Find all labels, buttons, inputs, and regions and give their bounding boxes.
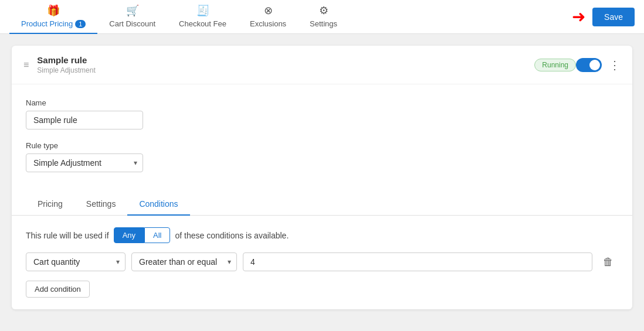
header-actions: ⋮: [576, 58, 621, 72]
any-button[interactable]: Any: [114, 227, 144, 243]
tab-settings-label: Settings: [310, 19, 337, 28]
rule-type-select[interactable]: Simple Adjustment Bulk Pricing Tiered Pr…: [26, 153, 143, 172]
tab-settings[interactable]: ⚙ Settings: [298, 0, 349, 34]
rule-title: Sample rule: [37, 55, 525, 65]
tab-cart-discount-label: Cart Discount: [109, 19, 155, 28]
tab-product-pricing-label: Product Pricing: [21, 19, 73, 28]
arrow-indicator: ➜: [572, 7, 585, 26]
rule-type-label: Rule type: [26, 141, 618, 150]
trash-icon: 🗑: [603, 256, 614, 268]
checkout-fee-icon: 🧾: [196, 4, 209, 17]
condition-type-select[interactable]: Cart quantity Cart total User role Date: [26, 252, 126, 271]
tab-checkout-fee-label: Checkout Fee: [179, 19, 226, 28]
rule-header: ≡ Sample rule Simple Adjustment Running …: [12, 46, 632, 84]
tab-conditions[interactable]: Conditions: [127, 193, 189, 216]
name-field-group: Name: [26, 98, 618, 129]
conditions-section: This rule will be used if Any All of the…: [12, 227, 632, 309]
condition-row: Cart quantity Cart total User role Date …: [26, 252, 618, 271]
add-condition-button[interactable]: Add condition: [26, 281, 90, 298]
drag-handle-icon[interactable]: ≡: [23, 60, 29, 70]
nav-tabs: 🎁 Product Pricing 1 🛒 Cart Discount 🧾 Ch…: [9, 0, 572, 34]
tab-inner-settings[interactable]: Settings: [74, 193, 128, 216]
condition-op-wrapper: Greater than or equal Less than or equal…: [131, 252, 237, 271]
more-options-button[interactable]: ⋮: [609, 59, 621, 71]
tab-checkout-fee[interactable]: 🧾 Checkout Fee: [167, 0, 238, 34]
tab-cart-discount[interactable]: 🛒 Cart Discount: [97, 0, 167, 34]
delete-condition-button[interactable]: 🗑: [598, 254, 618, 271]
tab-exclusions-label: Exclusions: [250, 19, 286, 28]
rule-title-group: Sample rule Simple Adjustment: [37, 55, 525, 74]
rule-card: ≡ Sample rule Simple Adjustment Running …: [12, 46, 632, 309]
status-badge: Running: [534, 59, 576, 71]
name-label: Name: [26, 98, 618, 107]
product-pricing-badge: 1: [75, 20, 86, 28]
tab-product-pricing[interactable]: 🎁 Product Pricing 1: [9, 0, 97, 34]
main-content: ≡ Sample rule Simple Adjustment Running …: [0, 34, 644, 331]
condition-type-wrapper: Cart quantity Cart total User role Date …: [26, 252, 126, 271]
save-button[interactable]: Save: [592, 8, 635, 26]
inner-tabs: Pricing Settings Conditions: [12, 193, 632, 216]
add-rule-wrapper: Add Rule: [12, 321, 632, 331]
cart-discount-icon: 🛒: [126, 4, 139, 17]
condition-op-select[interactable]: Greater than or equal Less than or equal…: [131, 252, 237, 271]
name-input[interactable]: [26, 111, 143, 129]
save-btn-wrapper: ➜ Save: [572, 7, 635, 26]
tab-exclusions[interactable]: ⊗ Exclusions: [238, 0, 298, 34]
conditions-rule-pre-text: This rule will be used if: [26, 231, 109, 240]
any-all-toggle: Any All: [114, 227, 171, 243]
rule-subtitle: Simple Adjustment: [37, 66, 525, 74]
settings-icon: ⚙: [319, 4, 328, 17]
conditions-rule-post-text: of these conditions is available.: [175, 231, 289, 240]
rule-toggle[interactable]: [576, 58, 602, 72]
rule-type-select-wrapper: Simple Adjustment Bulk Pricing Tiered Pr…: [26, 153, 143, 172]
all-button[interactable]: All: [144, 227, 170, 243]
conditions-rule-row: This rule will be used if Any All of the…: [26, 227, 618, 243]
condition-value-input[interactable]: [243, 252, 592, 271]
rule-form: Name Rule type Simple Adjustment Bulk Pr…: [12, 84, 632, 193]
tab-pricing[interactable]: Pricing: [26, 193, 74, 216]
top-navigation: 🎁 Product Pricing 1 🛒 Cart Discount 🧾 Ch…: [0, 0, 644, 34]
product-pricing-icon: 🎁: [47, 4, 60, 17]
exclusions-icon: ⊗: [264, 4, 273, 17]
rule-type-field-group: Rule type Simple Adjustment Bulk Pricing…: [26, 141, 618, 172]
